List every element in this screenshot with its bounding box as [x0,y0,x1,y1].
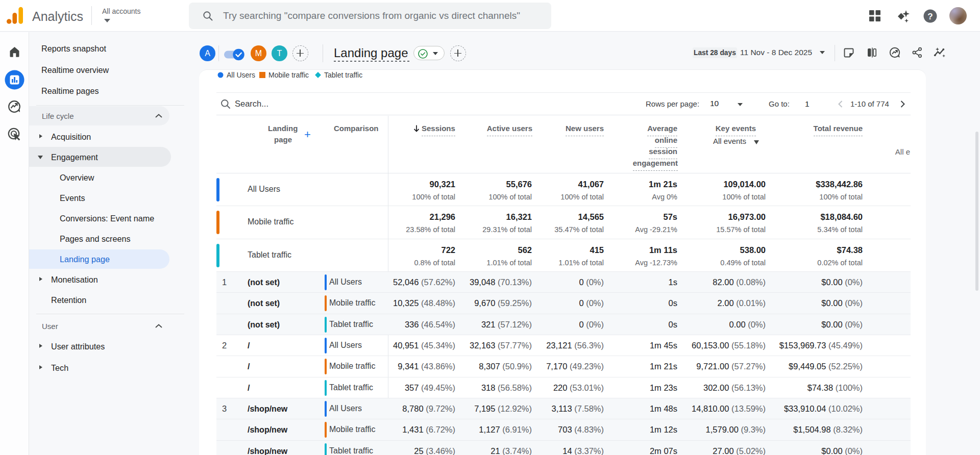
svg-text:?: ? [927,12,933,21]
